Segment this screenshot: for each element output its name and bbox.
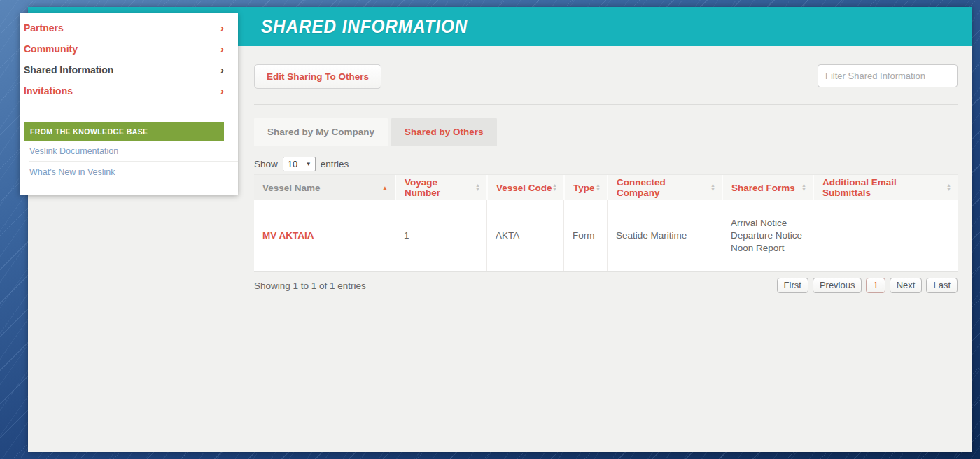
sort-both-icon: ▲▼ [596, 183, 601, 192]
main-content: Edit Sharing To Others Shared by My Comp… [254, 46, 972, 293]
column-header-vessel-code[interactable]: Vessel Code ▲▼ [486, 175, 564, 200]
link-veslink-documentation[interactable]: Veslink Documentation [29, 141, 238, 162]
chevron-right-icon: › [220, 85, 224, 97]
cell-connected-company: Seatide Maritime [607, 200, 722, 271]
sort-both-icon: ▲▼ [552, 183, 557, 192]
pagination: First Previous 1 Next Last [777, 278, 958, 293]
page-size-select[interactable]: 10 ▼ [283, 157, 316, 171]
tab-shared-by-my-company[interactable]: Shared by My Company [254, 118, 388, 146]
column-header-shared-forms[interactable]: Shared Forms ▲▼ [722, 175, 813, 200]
show-label: Show [254, 159, 278, 169]
vessel-name-link[interactable]: MV AKTAIA [262, 230, 386, 242]
entries-summary: Showing 1 to 1 of 1 entries [254, 281, 366, 291]
sidebar-item-shared-information[interactable]: Shared Information › [20, 59, 237, 80]
filter-input[interactable] [818, 64, 958, 87]
pagination-last-button[interactable]: Last [926, 278, 958, 293]
sort-both-icon: ▲▼ [946, 183, 951, 192]
sidebar-item-partners[interactable]: Partners › [20, 17, 237, 38]
sort-both-icon: ▲▼ [710, 183, 715, 192]
page-size-value: 10 [288, 159, 298, 169]
page-title: SHARED INFORMATION [261, 16, 468, 38]
table-row: MV AKTAIA 1 AKTA Form Seatide Maritime A… [254, 200, 958, 272]
knowledge-base-header: FROM THE KNOWLEDGE BASE [24, 122, 224, 141]
sidebar-item-invitations[interactable]: Invitations › [20, 80, 237, 101]
show-entries-control: Show 10 ▼ entries [254, 157, 958, 171]
shared-information-table: Vessel Name ▲ Voyage Number ▲▼ Vessel Co… [254, 174, 958, 272]
toolbar-divider [254, 104, 958, 105]
cell-additional-email-submittals [813, 200, 958, 271]
pagination-next-button[interactable]: Next [890, 278, 923, 293]
column-header-connected-company[interactable]: Connected Company ▲▼ [607, 175, 722, 200]
table-footer: Showing 1 to 1 of 1 entries First Previo… [254, 278, 958, 293]
column-header-additional-email-submittals[interactable]: Additional Email Submittals ▲▼ [813, 175, 958, 200]
cell-shared-forms: Arrival Notice Departure Notice Noon Rep… [722, 200, 813, 271]
column-header-voyage-number[interactable]: Voyage Number ▲▼ [395, 175, 486, 200]
sort-both-icon: ▲▼ [475, 183, 480, 192]
chevron-down-icon: ▼ [306, 161, 312, 167]
sort-ascending-icon: ▲ [382, 184, 388, 192]
chevron-right-icon: › [220, 64, 224, 76]
sidebar-menu: Partners › Community › Shared Informatio… [20, 13, 238, 101]
link-whats-new-in-veslink[interactable]: What's New in Veslink [29, 162, 238, 182]
edit-sharing-button[interactable]: Edit Sharing To Others [254, 64, 382, 89]
sidebar-item-community[interactable]: Community › [20, 38, 237, 59]
cell-voyage-number: 1 [395, 200, 486, 271]
sort-both-icon: ▲▼ [802, 183, 806, 192]
column-header-vessel-name[interactable]: Vessel Name ▲ [254, 175, 395, 200]
cell-vessel-code: AKTA [486, 200, 564, 271]
tab-bar: Shared by My Company Shared by Others [254, 118, 958, 146]
tab-shared-by-others[interactable]: Shared by Others [391, 118, 497, 146]
table-header-row: Vessel Name ▲ Voyage Number ▲▼ Vessel Co… [254, 175, 958, 200]
chevron-right-icon: › [220, 22, 224, 34]
pagination-previous-button[interactable]: Previous [813, 278, 862, 293]
column-header-type[interactable]: Type ▲▼ [564, 175, 607, 200]
sidebar: Partners › Community › Shared Informatio… [20, 13, 238, 195]
toolbar: Edit Sharing To Others [254, 64, 958, 89]
entries-label: entries [321, 159, 349, 169]
cell-type: Form [564, 200, 607, 271]
pagination-page-1-button[interactable]: 1 [866, 278, 885, 293]
pagination-first-button[interactable]: First [777, 278, 808, 293]
cell-vessel-name: MV AKTAIA [254, 200, 395, 271]
chevron-right-icon: › [220, 43, 224, 55]
